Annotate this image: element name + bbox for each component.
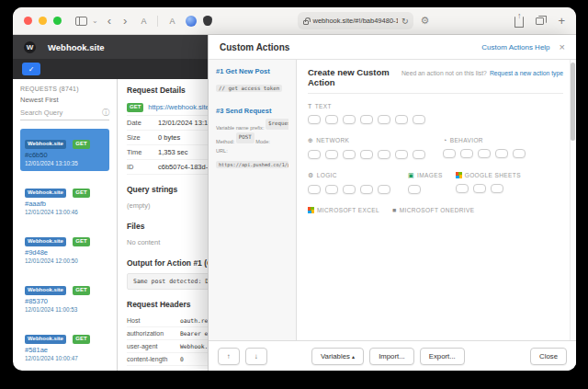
section-icon: ◔ (443, 137, 447, 143)
action-sections: TTEXT ⊕NETWORK (308, 94, 563, 214)
sidebar-toggle-icon[interactable] (75, 17, 87, 26)
action-prefix-row: Variable name prefix: $request.*$ (216, 119, 288, 132)
prefix-value: $request.*$ (266, 119, 288, 130)
request-action-link[interactable]: Request a new action type (490, 70, 563, 76)
section-icon: ⊕ (308, 137, 313, 144)
action-type-button[interactable] (395, 150, 408, 159)
section-buttons (456, 178, 521, 197)
request-id-link[interactable]: #9d48e (25, 248, 105, 257)
action-type-button[interactable] (395, 115, 408, 124)
action-type-button[interactable] (478, 149, 491, 158)
action-item-1: #1 Get New Post // get access token (216, 67, 288, 96)
modal-scrollbar[interactable] (570, 60, 576, 340)
chevron-down-icon[interactable]: ⌄ (92, 17, 98, 25)
action-name-link[interactable]: #1 Get New Post (216, 67, 288, 75)
action-type-button[interactable] (325, 185, 338, 194)
action-type-button[interactable] (460, 149, 473, 158)
close-icon[interactable]: × (560, 41, 565, 52)
section-icon: ⚙ (308, 172, 314, 179)
action-url-label: URL: (216, 147, 288, 156)
sort-order-link[interactable]: Newest First (20, 96, 109, 104)
action-name-link[interactable]: #3 Send Request (216, 107, 288, 115)
address-bar[interactable]: webhook.site/#!/bab49480-1a9d-4120-88b5-… (298, 12, 413, 29)
method-badge: GET (73, 140, 89, 149)
text-size-small-icon[interactable]: A (136, 17, 151, 26)
browser-window: ⌄ ‹ › A A webhook.site/#!/bab49480-1a9d-… (13, 7, 576, 371)
request-id-link[interactable]: #c6b50 (25, 151, 105, 159)
action-type-button[interactable] (343, 185, 356, 194)
app-brand[interactable]: Webhook.site (48, 42, 105, 52)
action-type-button[interactable] (308, 150, 321, 159)
request-list-item[interactable]: Webhook.site GET #581ae 12/01/2024 10:00… (20, 324, 109, 366)
variables-button[interactable]: Variables ▴ (311, 348, 364, 365)
export-button[interactable]: Export... (420, 348, 465, 365)
extensions-gear-icon[interactable]: ⚙ (420, 16, 429, 26)
tab-overview-icon[interactable] (536, 17, 544, 25)
action-type-button[interactable] (378, 115, 390, 124)
request-id-link[interactable]: #85370 (25, 297, 105, 305)
close-button[interactable]: Close (530, 348, 567, 365)
mode-label: Mode: (255, 139, 270, 144)
url-text: webhook.site/#!/bab49480-1a9d-4120-88b5-… (312, 17, 397, 25)
action-type-button[interactable] (443, 149, 456, 158)
action-type-button[interactable] (513, 149, 526, 158)
request-url-link[interactable]: https://webhook.site/b (148, 103, 215, 111)
request-list-item[interactable]: Webhook.site GET #aaafb 12/01/2024 13:00… (20, 177, 109, 220)
action-type-button[interactable] (378, 185, 390, 194)
action-type-button[interactable] (473, 184, 486, 193)
zoom-window-button[interactable] (53, 17, 62, 25)
action-type-button[interactable] (491, 184, 503, 193)
new-tab-icon[interactable]: + (558, 15, 565, 27)
move-down-button[interactable]: ↓ (245, 348, 267, 365)
action-type-button[interactable] (456, 184, 469, 193)
search-input[interactable] (20, 109, 94, 117)
request-list-item[interactable]: Webhook.site GET #9d48e 12/01/2024 12:00… (20, 226, 109, 269)
action-type-button[interactable] (413, 150, 425, 159)
shield-extension-icon[interactable] (203, 16, 212, 26)
app-badge: Webhook.site (25, 140, 66, 149)
method-badge: GET (73, 237, 89, 246)
action-type-button[interactable] (408, 185, 421, 194)
request-list-item[interactable]: Webhook.site GET #c6b50 12/01/2024 13:10… (20, 129, 109, 171)
action-type-button[interactable] (360, 115, 373, 124)
back-button[interactable]: ‹ (105, 15, 114, 27)
request-timestamp: 12/01/2024 11:00:53 (25, 306, 105, 313)
action-section: ▦GOOGLE SHEETS (456, 172, 521, 197)
info-icon[interactable]: ⓘ (102, 108, 109, 118)
verified-check-button[interactable]: ✓ (22, 63, 40, 75)
search-row: ⓘ (20, 108, 109, 120)
detail-value: 0 bytes (158, 133, 180, 142)
action-type-button[interactable] (413, 115, 425, 124)
method-value: POST (236, 132, 254, 143)
action-type-button[interactable] (325, 115, 338, 124)
share-icon[interactable] (514, 17, 524, 28)
action-type-button[interactable] (495, 149, 508, 158)
method-badge: GET (127, 103, 143, 112)
header-key: user-agent (127, 343, 180, 349)
action-type-button[interactable] (343, 150, 356, 159)
minimize-window-button[interactable] (39, 17, 47, 25)
request-list-item[interactable]: Webhook.site GET #85370 12/01/2024 11:00… (20, 275, 109, 317)
action-type-button[interactable] (308, 185, 321, 194)
reload-icon[interactable]: ↻ (401, 17, 409, 26)
custom-actions-help-link[interactable]: Custom Actions Help (481, 43, 549, 51)
move-up-button[interactable]: ↑ (218, 348, 240, 365)
request-id-link[interactable]: #581ae (25, 346, 105, 354)
scrollbar-thumb[interactable] (571, 63, 575, 141)
action-type-button[interactable] (343, 115, 356, 124)
action-type-button[interactable] (325, 150, 338, 159)
close-window-button[interactable] (24, 17, 32, 25)
action-type-button[interactable] (360, 150, 373, 159)
request-id-link[interactable]: #aaafb (25, 200, 105, 208)
request-action-hint: Need an action not on this list? (401, 70, 487, 76)
create-action-title: Create new Custom Action (308, 67, 401, 87)
section-label: ⊕NETWORK (308, 137, 430, 144)
extension-icon[interactable] (186, 16, 197, 27)
text-size-large-icon[interactable]: A (164, 17, 179, 26)
request-timestamp: 12/01/2024 12:00:50 (25, 257, 105, 264)
import-button[interactable]: Import... (369, 348, 414, 365)
forward-button[interactable]: › (120, 15, 130, 27)
action-type-button[interactable] (378, 150, 390, 159)
action-type-button[interactable] (308, 115, 321, 124)
action-type-button[interactable] (360, 185, 373, 194)
